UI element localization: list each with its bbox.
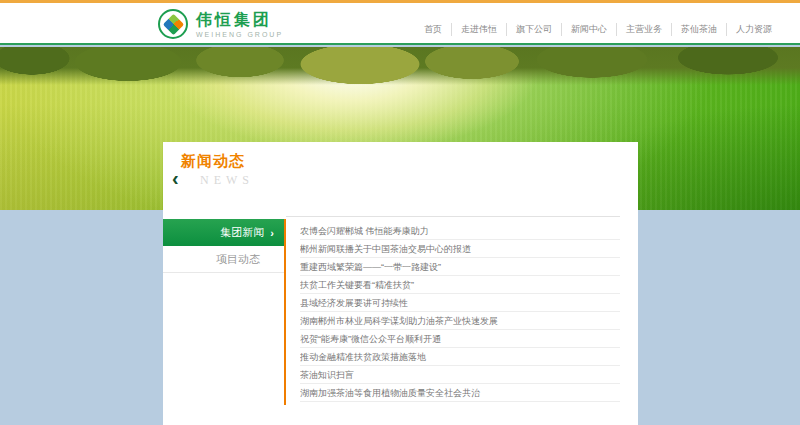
- news-list-item[interactable]: 茶油知识扫盲: [300, 366, 620, 384]
- logo-text: 伟恒集团 WEIHENG GROUP: [196, 11, 283, 38]
- news-list-item[interactable]: 湖南加强茶油等食用植物油质量安全社会共治: [300, 384, 620, 402]
- nav-item-main-business[interactable]: 主营业务: [617, 23, 672, 36]
- tab-project-updates-label: 项目动态: [216, 252, 260, 267]
- site-header: 伟恒集团 WEIHENG GROUP 首页 走进伟恒 旗下公司 新闻中心 主营业…: [0, 3, 800, 45]
- tab-group-news-label: 集团新闻: [220, 225, 264, 240]
- news-list: 农博会闪耀郴城 伟恒能寿康助力 郴州新闻联播关于中国茶油交易中心的报道 重建西域…: [300, 222, 620, 402]
- nav-item-news-center[interactable]: 新闻中心: [562, 23, 617, 36]
- hero-treeline: [0, 47, 800, 85]
- news-list-top-divider: [286, 216, 620, 217]
- news-list-item[interactable]: 县域经济发展要讲可持续性: [300, 294, 620, 312]
- logo-title: 伟恒集团: [196, 11, 283, 29]
- main-nav: 首页 走进伟恒 旗下公司 新闻中心 主营业务 苏仙茶油 人力资源: [415, 23, 772, 36]
- logo-subtitle: WEIHENG GROUP: [196, 31, 283, 38]
- logo-emblem-core: [162, 13, 183, 34]
- nav-item-human-resources[interactable]: 人力资源: [727, 23, 772, 36]
- sidebar-orange-divider: [284, 219, 286, 405]
- page-title: 新闻动态: [181, 152, 245, 171]
- tab-project-updates[interactable]: 项目动态: [163, 246, 284, 273]
- tab-group-news[interactable]: 集团新闻 ›: [163, 219, 284, 246]
- news-category-tabs: 集团新闻 › 项目动态: [163, 219, 284, 273]
- news-list-item[interactable]: 祝贺“能寿康”微信公众平台顺利开通: [300, 330, 620, 348]
- news-list-item[interactable]: 扶贫工作关键要看“精准扶贫”: [300, 276, 620, 294]
- logo-emblem-icon: [158, 9, 188, 39]
- news-list-item[interactable]: 推动金融精准扶贫政策措施落地: [300, 348, 620, 366]
- site-logo[interactable]: 伟恒集团 WEIHENG GROUP: [158, 9, 283, 39]
- news-list-item[interactable]: 郴州新闻联播关于中国茶油交易中心的报道: [300, 240, 620, 258]
- back-chevron-icon[interactable]: ‹: [172, 168, 179, 188]
- page-subtitle: NEWS: [200, 173, 254, 188]
- nav-item-about[interactable]: 走进伟恒: [452, 23, 507, 36]
- news-list-item[interactable]: 农博会闪耀郴城 伟恒能寿康助力: [300, 222, 620, 240]
- news-list-item[interactable]: 湖南郴州市林业局科学谋划助力油茶产业快速发展: [300, 312, 620, 330]
- news-list-item[interactable]: 重建西域繁荣篇——“一带一路建设”: [300, 258, 620, 276]
- nav-item-subsidiaries[interactable]: 旗下公司: [507, 23, 562, 36]
- chevron-right-icon: ›: [270, 227, 274, 239]
- nav-item-suxian-tea-oil[interactable]: 苏仙茶油: [672, 23, 727, 36]
- nav-item-home[interactable]: 首页: [415, 23, 452, 36]
- news-panel: ‹ 新闻动态 NEWS 集团新闻 › 项目动态 农博会闪耀郴城 伟恒能寿康助力 …: [163, 142, 638, 425]
